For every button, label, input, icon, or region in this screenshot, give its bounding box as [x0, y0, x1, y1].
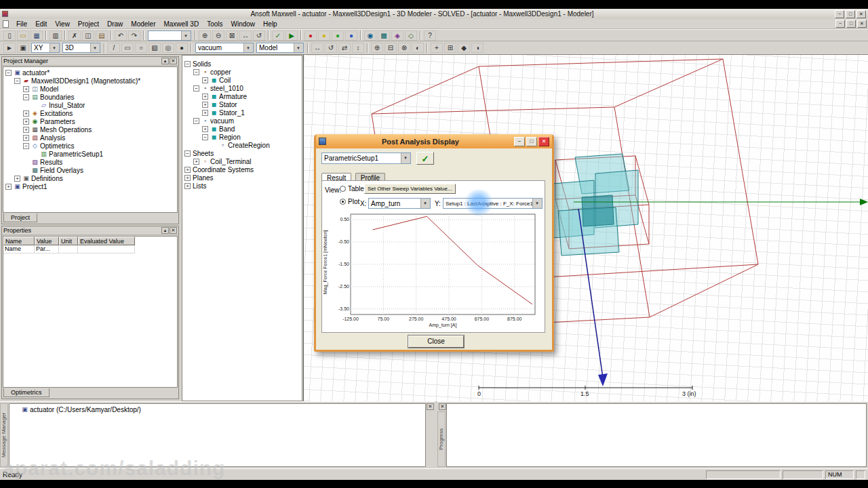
scale-icon[interactable]: ↕ [352, 43, 364, 53]
undo-icon[interactable]: ↶ [115, 30, 127, 41]
close-dialog-button[interactable]: Close [408, 336, 464, 348]
dropdown-arrow-icon[interactable] [90, 43, 100, 52]
expand-icon[interactable]: + [202, 102, 208, 108]
pm-insul-stator[interactable]: ▱Insul_Stator [3, 101, 177, 109]
plot-radio[interactable] [340, 199, 346, 205]
mirror-icon[interactable]: ⇄ [338, 43, 351, 53]
mt-solids[interactable]: −Solids [182, 60, 302, 68]
expand-icon[interactable]: + [184, 167, 191, 173]
rotate-icon[interactable]: ↺ [325, 43, 337, 53]
zoom-in-icon[interactable]: ⊕ [199, 30, 211, 41]
pm-project1[interactable]: +▣Project1 [3, 182, 177, 190]
collapse-icon[interactable]: − [23, 143, 29, 149]
expand-icon[interactable]: + [5, 184, 12, 190]
mt-createregion[interactable]: ▫CreateRegion [182, 141, 302, 149]
pm-analysis[interactable]: +▧Analysis [3, 134, 177, 142]
menu-tools[interactable]: Tools [203, 20, 226, 28]
mdi-restore-button[interactable]: □ [846, 20, 856, 28]
dropdown-arrow-icon[interactable] [532, 199, 542, 208]
menu-modeler[interactable]: Modeler [127, 20, 159, 28]
menu-draw[interactable]: Draw [103, 20, 127, 28]
pm-actuator[interactable]: −▣actuator* [3, 68, 177, 77]
draw-circle-icon[interactable]: ○ [135, 43, 147, 53]
expand-icon[interactable]: + [14, 176, 20, 182]
coordinate-system-icon[interactable]: + [431, 43, 443, 53]
menu-help[interactable]: Help [259, 20, 281, 28]
y-variable-combo[interactable]: Setup1 : LastAdaptive : F_X: Force1 [443, 198, 542, 209]
titlebar[interactable]: Ansoft Maxwell - actuator - Maxwell3DDes… [0, 9, 868, 19]
project-manager-header[interactable]: Project Manager ▴ ✕ [2, 57, 178, 66]
new-icon[interactable]: ▯ [3, 30, 16, 41]
optimetrics-icon[interactable]: ◇ [405, 30, 417, 41]
mesh-icon[interactable]: ▩ [378, 30, 390, 41]
menu-edit[interactable]: Edit [31, 20, 51, 28]
results-plot-icon[interactable]: ◉ [364, 30, 376, 41]
properties-cell[interactable] [59, 245, 78, 253]
solve-green-icon[interactable]: ● [332, 30, 344, 41]
apply-button[interactable] [416, 152, 434, 165]
fields-icon[interactable]: ◈ [391, 30, 403, 41]
close-icon[interactable]: ✕ [170, 227, 177, 234]
collapse-icon[interactable]: − [184, 150, 191, 157]
pm-excitations[interactable]: +◈Excitations [3, 109, 177, 117]
mt-coil-terminal[interactable]: +▫Coil_Terminal [182, 157, 302, 165]
mt-stator[interactable]: +◼Stator [182, 100, 302, 108]
properties-header[interactable]: Properties ▴ ✕ [2, 226, 178, 235]
pm-optimetrics[interactable]: −◇Optimetrics [3, 142, 177, 150]
expand-icon[interactable]: + [184, 175, 191, 181]
help-icon[interactable]: ? [424, 30, 436, 41]
progress-tab[interactable]: Progress [437, 411, 446, 467]
rotate-view-icon[interactable]: ↺ [253, 30, 265, 41]
zoom-out-icon[interactable]: ⊖ [212, 30, 224, 41]
menu-file[interactable]: File [12, 20, 31, 28]
solve-yellow-icon[interactable]: ● [318, 30, 330, 41]
collapse-icon[interactable]: − [202, 134, 208, 140]
close-button[interactable]: ✕ [856, 10, 866, 18]
save-icon[interactable]: ▦ [31, 30, 43, 41]
mt-vacuum[interactable]: −▪vacuum [182, 117, 302, 125]
close-icon[interactable]: ✕ [170, 58, 177, 64]
message-manager-tab[interactable]: Message Manager [0, 403, 8, 467]
mt-coil[interactable]: +◼Coil [182, 76, 302, 84]
properties-cell[interactable] [78, 245, 135, 253]
pin-icon[interactable]: ▴ [161, 227, 169, 234]
menu-project[interactable]: Project [74, 20, 103, 28]
intersect-icon[interactable]: ⊗ [398, 43, 410, 53]
solve-red-icon[interactable]: ● [304, 30, 317, 41]
sweep-setup-combo[interactable]: ParametricSetup1 [321, 152, 411, 164]
expand-icon[interactable]: + [193, 159, 199, 165]
mdi-close-button[interactable]: ✕ [857, 20, 867, 28]
dropdown-arrow-icon[interactable] [420, 199, 430, 208]
pin-icon[interactable]: ▴ [161, 58, 169, 64]
mt-armature[interactable]: +◼Armature [182, 92, 302, 100]
dropdown-arrow-icon[interactable] [50, 43, 59, 52]
model-solids[interactable] [553, 154, 638, 256]
pm-mesh-operations[interactable]: +▦Mesh Operations [3, 125, 177, 134]
maximize-button[interactable]: □ [846, 10, 855, 18]
tab-project[interactable]: Project [3, 214, 37, 222]
menu-maxwell-3d[interactable]: Maxwell 3D [159, 20, 203, 28]
expand-icon[interactable]: + [184, 183, 191, 189]
dropdown-arrow-icon[interactable] [243, 43, 253, 52]
collapse-icon[interactable]: − [23, 94, 29, 100]
pan-icon[interactable]: ↔ [239, 30, 252, 41]
mt-sheets[interactable]: −Sheets [182, 149, 302, 157]
expand-icon[interactable]: + [23, 135, 29, 141]
viewport-3d[interactable]: 0 1.5 3 (in) Post Analysis Display − □ ✕ [303, 55, 868, 401]
render-mode-icon[interactable]: ◑ [471, 43, 484, 53]
material-combo[interactable]: vacuum [195, 43, 254, 53]
mt-steel-1010[interactable]: −▪steel_1010 [182, 84, 302, 92]
open-icon[interactable]: ▭ [17, 30, 29, 41]
grid-settings-icon[interactable]: ⊞ [444, 43, 456, 53]
dialog-maximize-button[interactable]: □ [526, 137, 537, 146]
expand-icon[interactable]: + [202, 77, 208, 83]
collapse-icon[interactable]: − [193, 69, 199, 75]
pm-field-overlays[interactable]: ▩Field Overlays [3, 166, 177, 174]
draw-cylinder-icon[interactable]: ◎ [162, 43, 174, 53]
validate-icon[interactable]: ✓ [272, 30, 284, 41]
expand-icon[interactable]: + [23, 110, 29, 117]
tab-optimetrics[interactable]: Optimetrics [3, 388, 50, 397]
pm-model[interactable]: +◫Model [3, 85, 177, 93]
menu-view[interactable]: View [51, 20, 74, 28]
object-type-combo[interactable]: Model [256, 43, 304, 53]
